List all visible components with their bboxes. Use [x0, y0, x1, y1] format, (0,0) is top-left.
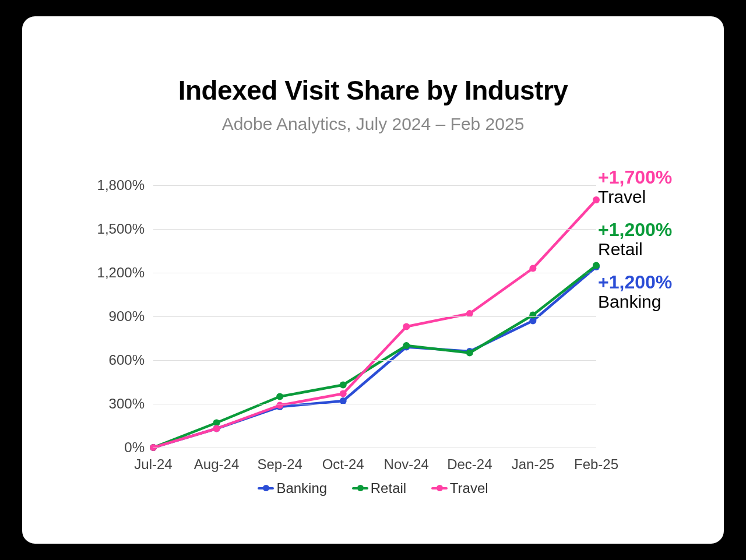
data-point [403, 323, 410, 330]
chart-card: Indexed Visit Share by Industry Adobe An… [22, 16, 724, 544]
annotation-label: Retail [598, 240, 715, 259]
y-tick-label: 600% [75, 352, 145, 368]
y-tick-label: 1,500% [75, 221, 145, 237]
x-tick-label: Jul-24 [124, 456, 182, 473]
legend-label: Banking [276, 480, 327, 496]
data-point [276, 402, 283, 409]
legend-swatch-banking [258, 487, 274, 489]
gridline [153, 360, 596, 361]
x-tick-label: Oct-24 [314, 456, 372, 473]
data-point [403, 342, 410, 349]
legend-label: Retail [371, 480, 406, 496]
plot-area: 0%300%600%900%1,200%1,500%1,800%Jul-24Au… [153, 171, 596, 448]
annotation-value: +1,200% [598, 220, 715, 240]
data-point [529, 265, 536, 272]
series-line-retail [153, 266, 596, 448]
legend-item-banking: Banking [258, 480, 327, 496]
annotation-travel: +1,700%Travel [598, 168, 715, 206]
data-point [593, 262, 600, 269]
y-tick-label: 900% [75, 308, 145, 325]
x-tick-label: Aug-24 [188, 456, 246, 473]
chart-subtitle: Adobe Analytics, July 2024 – Feb 2025 [22, 114, 724, 134]
data-point [213, 425, 220, 432]
legend: Banking Retail Travel [22, 477, 724, 496]
annotation-banking: +1,200%Banking [598, 273, 715, 311]
gridline [153, 185, 596, 186]
legend-item-travel: Travel [431, 480, 488, 496]
x-tick-label: Nov-24 [377, 456, 435, 473]
annotation-retail: +1,200%Retail [598, 220, 715, 258]
annotation-label: Travel [598, 188, 715, 206]
gridline [153, 404, 596, 404]
x-tick-label: Dec-24 [441, 456, 499, 473]
data-point [340, 390, 347, 397]
legend-swatch-travel [431, 487, 448, 489]
data-point [340, 382, 347, 389]
chart-svg [153, 171, 596, 448]
x-tick-label: Jan-25 [504, 456, 562, 473]
annotation-value: +1,200% [598, 273, 715, 293]
legend-label: Travel [450, 480, 488, 496]
gridline [153, 229, 596, 230]
y-tick-label: 1,800% [75, 177, 145, 193]
y-tick-label: 300% [75, 396, 145, 412]
annotation-value: +1,700% [598, 168, 715, 188]
data-point [529, 312, 536, 319]
gridline [153, 316, 596, 317]
y-tick-label: 0% [75, 439, 145, 456]
y-tick-label: 1,200% [75, 265, 145, 281]
legend-swatch-retail [352, 487, 368, 489]
gridline [153, 273, 596, 273]
legend-item-retail: Retail [352, 480, 406, 496]
x-tick-label: Feb-25 [567, 456, 625, 473]
data-point [276, 393, 283, 400]
gridline [153, 448, 596, 448]
data-point [466, 350, 473, 357]
x-tick-label: Sep-24 [251, 456, 309, 473]
chart-title: Indexed Visit Share by Industry [22, 75, 724, 106]
annotation-label: Banking [598, 293, 715, 311]
